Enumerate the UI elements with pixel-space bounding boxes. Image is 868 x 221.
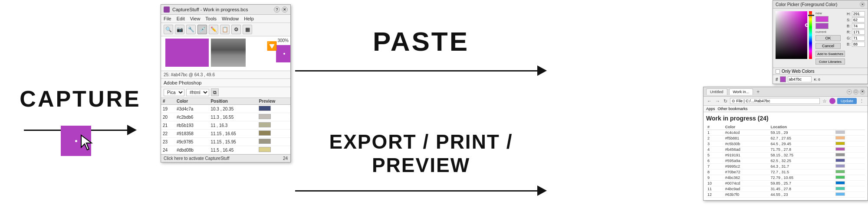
- bw-row-color: #919191: [724, 153, 769, 158]
- cp-title: Color Picker (Foreground Color): [776, 2, 860, 7]
- cp-add-swatches-button[interactable]: Add to Swatches: [815, 51, 845, 57]
- bw-swatch: [835, 130, 845, 134]
- cp-g-label: G:: [847, 36, 851, 40]
- bw-content: Work in progress (24) # Color Location 1…: [704, 112, 868, 200]
- bw-other-bookmarks[interactable]: Other bookmarks: [718, 107, 748, 111]
- bw-apps-bookmark[interactable]: Apps: [706, 107, 715, 111]
- bw-table-row: 5 #919191 58.15 , 32.75: [706, 153, 865, 158]
- tool-dropper[interactable]: 💉: [197, 25, 207, 34]
- menu-window[interactable]: Window: [222, 16, 239, 21]
- tool-pencil[interactable]: ✏️: [209, 25, 218, 34]
- cs-toolbar: 🔍 📷 🔧 💉 ✏️ 📋 ⚙ ▦: [161, 23, 290, 36]
- bw-row-swatch: [834, 153, 865, 158]
- tool-grid[interactable]: ▦: [243, 25, 252, 34]
- bw-menu-icon[interactable]: ⋮: [858, 98, 865, 104]
- bw-maximize-button[interactable]: □: [853, 89, 858, 94]
- bw-back-button[interactable]: ←: [706, 98, 713, 104]
- cs-close-button[interactable]: ✕: [282, 6, 288, 13]
- bw-minimize-button[interactable]: −: [847, 89, 852, 94]
- cp-r-input[interactable]: [852, 29, 865, 35]
- tool-search[interactable]: 🔍: [164, 25, 173, 34]
- bw-table-row: 9 #4bc362 72.79 , 10.65: [706, 175, 865, 181]
- paste-label: PASTE: [295, 26, 547, 57]
- cp-web-colors-label: Only Web Colors: [782, 69, 814, 74]
- bw-tab-workinprogress[interactable]: Work in...: [729, 88, 753, 95]
- cs-app-row: Adobe Photoshop: [161, 79, 290, 87]
- col-position: Position: [209, 98, 257, 105]
- cp-ok-button[interactable]: OK: [815, 35, 841, 41]
- cp-hex-input[interactable]: [788, 76, 812, 82]
- cs-table-header: # Color Position Preview: [161, 98, 290, 105]
- bw-row-location: 72.7 , 31.5: [769, 169, 834, 175]
- cp-h-label: H:: [847, 12, 851, 16]
- tool-camera[interactable]: 📷: [175, 25, 184, 34]
- bw-table-row: 7 #9995c2 64.3 , 31.7: [706, 164, 865, 169]
- paste-arrow: [295, 65, 547, 76]
- cs-table-row: 19 #3d4c7a 10.3 , 20.35: [161, 105, 290, 113]
- cs-table-row: 23 #9c9785 11.15 , 15.95: [161, 138, 290, 146]
- cs-format-row: Pica #html ⧉: [161, 87, 290, 98]
- bw-swatch: [835, 176, 845, 179]
- bw-close-button[interactable]: ✕: [860, 89, 865, 94]
- bw-update-button[interactable]: Update: [837, 98, 857, 104]
- cs-format-select-1[interactable]: Pica: [164, 89, 184, 96]
- cp-field-b2: B:: [847, 42, 865, 47]
- cp-close-button[interactable]: ✕: [860, 2, 865, 7]
- bw-row-location: 64.3 , 31.7: [769, 164, 834, 169]
- col-preview: Preview: [257, 98, 290, 105]
- cp-hex-extra: K: 0: [814, 78, 820, 81]
- cp-s-input[interactable]: [852, 17, 865, 23]
- cp-cancel-button[interactable]: Cancel: [815, 43, 841, 49]
- cp-h-input[interactable]: [852, 11, 865, 16]
- bw-table-row: 6 #595a9a 62.5 , 32.25: [706, 158, 865, 164]
- bw-star-icon[interactable]: ☆: [822, 98, 828, 104]
- bw-row-color: #c4c4cd: [724, 130, 769, 136]
- bw-row-swatch: [834, 186, 865, 192]
- bw-row-swatch: [834, 130, 865, 136]
- cp-field-s: S:: [847, 17, 865, 23]
- cs-row-num: 21: [161, 121, 175, 130]
- bw-tab-untitled[interactable]: Untitled: [706, 88, 727, 95]
- cs-statusbar[interactable]: Click here to activate CaptureStuff 24: [161, 154, 290, 162]
- cp-web-colors-row: Only Web Colors: [773, 68, 868, 75]
- cs-window-buttons: ? ✕: [274, 6, 288, 13]
- cs-format-select-2[interactable]: #html: [186, 89, 209, 96]
- cp-field-r: R:: [847, 29, 865, 35]
- bw-row-color: #0074cd: [724, 181, 769, 186]
- bw-new-tab-button[interactable]: +: [755, 89, 761, 95]
- menu-file[interactable]: File: [164, 16, 171, 21]
- tool-wrench[interactable]: 🔧: [186, 25, 196, 34]
- cs-help-button[interactable]: ?: [274, 6, 280, 13]
- cs-copy-button[interactable]: ⧉: [211, 88, 219, 96]
- cs-row-color: #918358: [175, 130, 209, 138]
- menu-view[interactable]: View: [190, 16, 201, 21]
- bw-row-location: 58.15 , 32.75: [769, 153, 834, 158]
- bw-forward-button[interactable]: →: [714, 98, 721, 104]
- cp-b-input[interactable]: [852, 23, 865, 29]
- cp-web-colors-checkbox[interactable]: [776, 69, 780, 74]
- cs-row-preview: [257, 121, 290, 130]
- bw-swatch: [835, 159, 845, 162]
- bw-row-swatch: [834, 158, 865, 164]
- bw-reload-button[interactable]: ↻: [723, 98, 728, 104]
- menu-tools[interactable]: Tools: [205, 16, 217, 21]
- cp-hue-strip[interactable]: [809, 11, 812, 59]
- bw-row-color: #63b7f0: [724, 192, 769, 198]
- cs-info-bar: 25: #ab47bc @ 64.3 , 49.6: [161, 71, 290, 79]
- cp-gradient-picker[interactable]: [776, 11, 807, 59]
- cp-b-label: B:: [847, 24, 851, 28]
- menu-help[interactable]: Help: [244, 16, 254, 21]
- tool-settings[interactable]: ⚙: [231, 25, 241, 34]
- bw-row-location: 31.45 , 27.8: [769, 186, 834, 192]
- bw-row-num: 3: [706, 141, 724, 147]
- cp-g-input[interactable]: [852, 36, 865, 41]
- cs-preview-purple-block: [165, 39, 209, 67]
- bw-address-bar[interactable]: [730, 98, 820, 104]
- tool-clipboard[interactable]: 📋: [220, 25, 230, 34]
- cp-body: new current OK Cancel Add to Swatches Co…: [773, 9, 868, 68]
- cp-color-libraries-button[interactable]: Color Libraries: [815, 58, 845, 65]
- bw-row-location: 71.75 , 27.8: [769, 147, 834, 153]
- menu-edit[interactable]: Edit: [177, 16, 185, 21]
- bw-row-location: 59.85 , 25.7: [769, 181, 834, 186]
- cp-b2-input[interactable]: [852, 42, 865, 47]
